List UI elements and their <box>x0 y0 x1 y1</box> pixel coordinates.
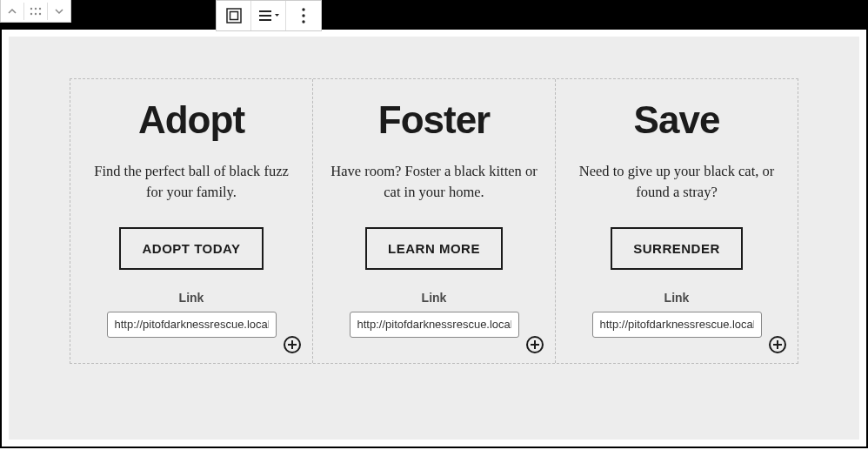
move-up-button[interactable] <box>1 0 23 22</box>
learn-more-button[interactable]: LEARN MORE <box>365 227 503 270</box>
column-description[interactable]: Have room? Foster a black kitten or cat … <box>331 161 537 203</box>
column-heading[interactable]: Foster <box>378 98 490 142</box>
more-options-button[interactable] <box>286 1 321 30</box>
drag-handle[interactable] <box>24 0 47 22</box>
column-description[interactable]: Need to give up your black cat, or found… <box>573 161 780 203</box>
block-type-button[interactable] <box>217 1 251 30</box>
editor-canvas: Adopt Find the perfect ball of black fuz… <box>9 37 859 440</box>
column-heading[interactable]: Adopt <box>138 98 244 142</box>
svg-point-4 <box>35 12 37 14</box>
block-toolbar <box>216 0 322 31</box>
column-heading[interactable]: Save <box>634 98 720 142</box>
svg-point-2 <box>39 7 41 9</box>
column-foster[interactable]: Foster Have room? Foster a black kitten … <box>313 79 556 363</box>
column-adopt[interactable]: Adopt Find the perfect ball of black fuz… <box>70 79 313 363</box>
nav-group <box>0 0 71 23</box>
svg-point-3 <box>30 12 32 14</box>
svg-point-13 <box>302 20 304 23</box>
svg-point-1 <box>35 7 37 9</box>
add-block-button[interactable] <box>768 335 787 354</box>
svg-point-11 <box>302 8 304 10</box>
link-input[interactable] <box>107 312 277 338</box>
move-down-button[interactable] <box>48 0 70 22</box>
svg-point-5 <box>39 12 41 14</box>
adopt-today-button[interactable]: ADOPT TODAY <box>119 227 263 270</box>
link-input[interactable] <box>350 312 519 338</box>
svg-point-0 <box>30 7 32 9</box>
link-label: Link <box>664 291 690 305</box>
column-description[interactable]: Find the perfect ball of black fuzz for … <box>88 161 295 203</box>
top-bar <box>0 0 868 28</box>
link-label: Link <box>179 291 204 305</box>
add-block-button[interactable] <box>525 335 544 354</box>
link-input[interactable] <box>592 312 762 338</box>
columns-block[interactable]: Adopt Find the perfect ball of black fuz… <box>70 78 798 364</box>
align-button[interactable] <box>251 1 286 30</box>
link-label: Link <box>422 291 447 305</box>
column-save[interactable]: Save Need to give up your black cat, or … <box>556 79 798 363</box>
editor-frame: Adopt Find the perfect ball of black fuz… <box>0 28 868 448</box>
svg-rect-7 <box>230 12 237 20</box>
svg-rect-6 <box>227 9 241 23</box>
svg-point-12 <box>302 14 304 17</box>
add-block-button[interactable] <box>283 335 302 354</box>
surrender-button[interactable]: SURRENDER <box>611 227 743 270</box>
